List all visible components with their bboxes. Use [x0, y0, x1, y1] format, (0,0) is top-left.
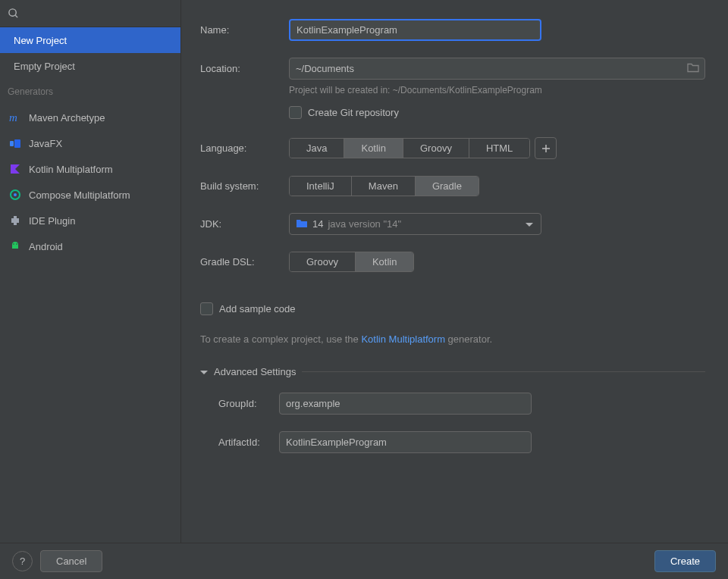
sidebar-item-new-project[interactable]: New Project	[0, 27, 180, 53]
folder-icon	[296, 218, 308, 230]
content-panel: Name: Location: Project will be created …	[181, 0, 728, 543]
dsl-segmented: Groovy Kotlin	[289, 252, 414, 272]
language-option-java[interactable]: Java	[290, 139, 344, 158]
location-hint: Project will be created in: ~/Documents/…	[289, 85, 542, 95]
search-bar[interactable]	[0, 0, 180, 27]
svg-text:m: m	[9, 111, 17, 124]
advanced-settings-toggle[interactable]: Advanced Settings	[200, 366, 705, 377]
javafx-icon	[9, 137, 21, 149]
svg-rect-3	[14, 139, 20, 148]
git-label: Create Git repository	[308, 107, 399, 118]
sidebar-item-label: New Project	[14, 35, 67, 46]
jdk-label: JDK:	[200, 218, 289, 230]
kotlin-multiplatform-link[interactable]: Kotlin Multiplatform	[361, 333, 445, 345]
sidebar-item-label: Empty Project	[14, 61, 75, 72]
chevron-down-icon	[200, 366, 208, 377]
android-icon	[9, 240, 21, 252]
language-option-kotlin[interactable]: Kotlin	[344, 139, 403, 158]
language-option-html[interactable]: HTML	[469, 139, 529, 158]
generator-javafx[interactable]: JavaFX	[0, 130, 180, 156]
create-button[interactable]: Create	[654, 550, 716, 572]
location-input[interactable]	[289, 58, 705, 80]
generator-label: Compose Multiplatform	[29, 189, 130, 201]
plus-icon	[541, 144, 551, 153]
generator-android[interactable]: Android	[0, 233, 180, 259]
generators-header: Generators	[0, 79, 180, 105]
groupid-input[interactable]	[279, 393, 532, 415]
sidebar: New Project Empty Project Generators m M…	[0, 0, 181, 543]
generator-maven-archetype[interactable]: m Maven Archetype	[0, 105, 180, 130]
generator-label: Kotlin Multiplatform	[29, 164, 113, 175]
bottom-bar: ? Cancel Create	[0, 543, 728, 579]
help-button[interactable]: ?	[12, 551, 33, 571]
add-language-button[interactable]	[535, 137, 557, 159]
sample-code-label: Add sample code	[219, 303, 295, 315]
folder-icon[interactable]	[687, 62, 699, 75]
artifactid-input[interactable]	[279, 431, 532, 453]
dsl-label: Gradle DSL:	[200, 256, 289, 268]
maven-icon: m	[9, 111, 21, 124]
build-option-maven[interactable]: Maven	[352, 177, 416, 196]
groupid-label: GroupId:	[218, 398, 279, 409]
jdk-dropdown[interactable]: 14 java version "14"	[289, 213, 541, 235]
generator-compose-multiplatform[interactable]: Compose Multiplatform	[0, 182, 180, 208]
generator-label: IDE Plugin	[29, 215, 75, 227]
compose-icon	[9, 189, 21, 201]
language-label: Language:	[200, 142, 289, 154]
name-label: Name:	[200, 24, 289, 36]
generator-ide-plugin[interactable]: IDE Plugin	[0, 208, 180, 233]
svg-point-6	[13, 243, 14, 245]
jdk-detail: java version "14"	[328, 218, 401, 230]
build-option-intellij[interactable]: IntelliJ	[290, 177, 352, 196]
svg-point-5	[14, 193, 17, 196]
git-checkbox[interactable]	[289, 106, 302, 119]
svg-rect-2	[10, 141, 14, 146]
generator-label: JavaFX	[29, 138, 62, 149]
dsl-option-kotlin[interactable]: Kotlin	[356, 252, 414, 271]
build-label: Build system:	[200, 180, 289, 192]
build-option-gradle[interactable]: Gradle	[416, 177, 479, 196]
sidebar-item-empty-project[interactable]: Empty Project	[0, 53, 180, 79]
generator-label: Android	[29, 241, 63, 252]
location-label: Location:	[200, 63, 289, 74]
help-icon: ?	[20, 556, 25, 567]
chevron-down-icon	[526, 218, 533, 230]
generator-label: Maven Archetype	[29, 112, 105, 124]
dsl-option-groovy[interactable]: Groovy	[290, 252, 356, 271]
build-segmented: IntelliJ Maven Gradle	[289, 176, 479, 196]
divider	[302, 371, 705, 372]
language-option-groovy[interactable]: Groovy	[403, 139, 469, 158]
plugin-icon	[9, 214, 21, 227]
cancel-button[interactable]: Cancel	[40, 550, 102, 572]
svg-point-0	[9, 9, 16, 16]
jdk-value: 14	[312, 218, 323, 230]
complex-hint: To create a complex project, use the Kot…	[200, 333, 705, 345]
sample-code-checkbox[interactable]	[200, 302, 213, 315]
generator-kotlin-multiplatform[interactable]: Kotlin Multiplatform	[0, 156, 180, 182]
language-segmented: Java Kotlin Groovy HTML	[289, 138, 530, 158]
name-input[interactable]	[289, 19, 541, 41]
advanced-settings-label: Advanced Settings	[214, 366, 296, 377]
kotlin-icon	[9, 163, 21, 175]
artifactid-label: ArtifactId:	[218, 437, 279, 448]
search-icon	[8, 8, 19, 19]
svg-point-7	[16, 243, 17, 245]
